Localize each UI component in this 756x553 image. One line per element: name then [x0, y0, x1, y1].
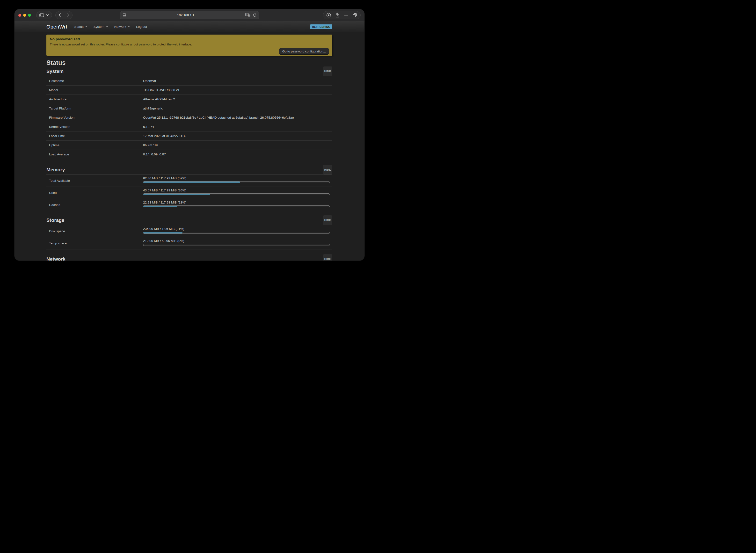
tab-overview-button[interactable]	[350, 11, 359, 19]
downloads-button[interactable]	[324, 11, 333, 19]
network-section-title: Network	[47, 256, 66, 261]
sidebar-icon	[39, 13, 44, 17]
share-icon[interactable]	[333, 11, 342, 19]
nav-item-label: Log out	[136, 25, 147, 28]
translate-icon[interactable]: A 文	[245, 13, 251, 17]
forward-button[interactable]	[64, 11, 72, 19]
table-row: Target Platform ath79/generic	[47, 104, 332, 113]
new-tab-button[interactable]	[342, 11, 350, 19]
banner-message: There is no password set on this router.…	[50, 43, 329, 47]
refreshing-badge[interactable]: REFRESHING	[310, 24, 332, 29]
row-label: Target Platform	[47, 106, 143, 110]
row-value: OpenWrt	[143, 79, 332, 83]
nav-item-label: System	[93, 25, 104, 28]
row-value: TP-Link TL-WDR3600 v1	[143, 88, 332, 92]
svg-text:文: 文	[248, 15, 250, 17]
page-title: Status	[47, 59, 332, 66]
traffic-lights	[18, 14, 31, 17]
row-value: 62.36 MiB / 117.93 MiB (52%)	[143, 176, 332, 180]
row-value: 43.57 MiB / 117.93 MiB (36%)	[143, 188, 332, 192]
table-row: Kernel Version 6.12.74	[47, 122, 332, 132]
storage-section-title: Storage	[47, 218, 64, 223]
progress-bar-fill	[143, 206, 177, 207]
row-value: 212.00 KiB / 58.96 MiB (0%)	[143, 239, 332, 243]
close-window-button[interactable]	[18, 14, 21, 17]
row-label: Architecture	[47, 97, 143, 101]
zoom-window-button[interactable]	[28, 14, 31, 17]
luci-navbar: OpenWrt Status System Network Log out RE…	[14, 21, 364, 32]
storage-section-header: Storage HIDE	[47, 215, 332, 225]
row-label: Used	[47, 187, 143, 199]
row-value: 0h 9m 19s	[143, 143, 332, 147]
reload-icon[interactable]	[253, 13, 257, 17]
page-settings-icon[interactable]	[122, 13, 127, 17]
nav-item-status[interactable]: Status	[71, 25, 90, 28]
memory-section-header: Memory HIDE	[47, 165, 332, 174]
address-bar[interactable]: 192.168.1.1 A 文	[120, 11, 259, 19]
nav-item-network[interactable]: Network	[111, 25, 133, 28]
svg-text:A: A	[246, 13, 248, 16]
row-value: ath79/generic	[143, 106, 332, 110]
row-label: Kernel Version	[47, 125, 143, 129]
table-row: Used 43.57 MiB / 117.93 MiB (36%)	[47, 187, 332, 199]
table-row: Disk space 236.00 KiB / 1.06 MiB (21%)	[47, 225, 332, 237]
openwrt-brand[interactable]: OpenWrt	[47, 24, 67, 30]
go-to-password-configuration-button[interactable]: Go to password configuration...	[279, 48, 329, 55]
chevron-down-icon	[46, 14, 49, 16]
back-button[interactable]	[56, 11, 64, 19]
row-label: Uptime	[47, 143, 143, 147]
row-value: 6.12.74	[143, 125, 332, 129]
history-nav-group	[55, 11, 73, 19]
row-value-cell: 212.00 KiB / 58.96 MiB (0%)	[143, 237, 332, 249]
row-value: 17 Mar 2026 at 01:43:27 UTC	[143, 134, 332, 138]
progress-bar-fill	[143, 232, 182, 233]
row-label: Cached	[47, 199, 143, 211]
sidebar-toggle-button[interactable]	[36, 11, 52, 19]
banner-title: No password set!	[50, 37, 329, 41]
progress-bar-track	[143, 181, 330, 183]
browser-toolbar: 192.168.1.1 A 文	[14, 9, 364, 21]
row-label: Disk space	[47, 225, 143, 237]
table-row: Model TP-Link TL-WDR3600 v1	[47, 86, 332, 95]
nav-item-log-out[interactable]: Log out	[133, 25, 150, 28]
table-row: Cached 22.23 MiB / 117.93 MiB (18%)	[47, 199, 332, 211]
storage-table: Disk space 236.00 KiB / 1.06 MiB (21%) T…	[47, 225, 332, 249]
row-label: Load Average	[47, 153, 143, 156]
table-row: Total Available 62.36 MiB / 117.93 MiB (…	[47, 175, 332, 187]
table-row: Temp space 212.00 KiB / 58.96 MiB (0%)	[47, 237, 332, 249]
row-label: Hostname	[47, 79, 143, 83]
nav-item-system[interactable]: System	[90, 25, 111, 28]
nav-menu: Status System Network Log out	[71, 25, 150, 28]
table-row: Hostname OpenWrt	[47, 76, 332, 86]
system-section-title: System	[47, 69, 64, 74]
row-label: Firmware Version	[47, 116, 143, 120]
caret-down-icon	[106, 26, 108, 27]
table-row: Architecture Atheros AR9344 rev 2	[47, 95, 332, 104]
minimize-window-button[interactable]	[23, 14, 26, 17]
row-value: 22.23 MiB / 117.93 MiB (18%)	[143, 201, 332, 205]
row-value: OpenWrt 25.12.1 r32768-b21cfa8f8c / LuCI…	[143, 116, 332, 120]
banner-actions: Go to password configuration...	[50, 48, 329, 55]
memory-table: Total Available 62.36 MiB / 117.93 MiB (…	[47, 174, 332, 211]
system-table: Hostname OpenWrt Model TP-Link TL-WDR360…	[47, 76, 332, 159]
row-value: 0.14, 0.09, 0.07	[143, 153, 332, 156]
storage-hide-button[interactable]: HIDE	[323, 215, 332, 225]
row-value-cell: 22.23 MiB / 117.93 MiB (18%)	[143, 199, 332, 211]
row-label: Local Time	[47, 134, 143, 138]
progress-bar-track	[143, 193, 330, 195]
progress-bar-fill	[143, 181, 240, 183]
row-value: 236.00 KiB / 1.06 MiB (21%)	[143, 227, 332, 231]
url-text[interactable]: 192.168.1.1	[127, 13, 245, 17]
nav-item-label: Status	[74, 25, 83, 28]
progress-bar-track	[143, 244, 330, 246]
toolbar-right-group	[323, 11, 361, 19]
row-value: Atheros AR9344 rev 2	[143, 97, 332, 101]
system-hide-button[interactable]: HIDE	[323, 67, 332, 76]
table-row: Load Average 0.14, 0.09, 0.07	[47, 150, 332, 159]
network-section-header: Network HIDE	[47, 254, 332, 260]
memory-hide-button[interactable]: HIDE	[323, 165, 332, 174]
network-hide-button[interactable]: HIDE	[323, 254, 332, 260]
no-password-banner: No password set! There is no password se…	[47, 34, 332, 56]
system-section-header: System HIDE	[47, 67, 332, 76]
progress-bar-fill	[143, 193, 210, 195]
